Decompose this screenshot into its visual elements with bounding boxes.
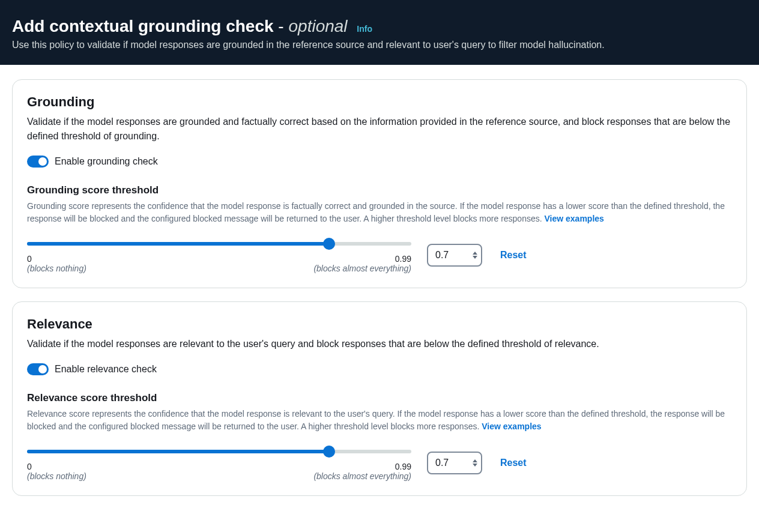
relevance-card: Relevance Validate if the model response… xyxy=(12,301,747,496)
grounding-view-examples-link[interactable]: View examples xyxy=(545,214,604,223)
relevance-toggle-label: Enable relevance check xyxy=(55,364,157,375)
grounding-slider-labels: 0 (blocks nothing) 0.99 (blocks almost e… xyxy=(27,254,411,273)
grounding-reset-button[interactable]: Reset xyxy=(498,245,529,265)
grounding-stepper-arrows xyxy=(473,252,477,259)
relevance-threshold-heading: Relevance score threshold xyxy=(27,392,732,404)
relevance-slider-thumb[interactable] xyxy=(323,446,335,458)
page-subtitle: Use this policy to validate if model res… xyxy=(12,40,747,50)
grounding-slider-max: 0.99 (blocks almost everything) xyxy=(313,254,411,273)
relevance-stepper-arrows xyxy=(473,459,477,467)
chevron-up-icon[interactable] xyxy=(473,459,477,462)
relevance-slider-labels: 0 (blocks nothing) 0.99 (blocks almost e… xyxy=(27,462,411,481)
relevance-slider-min-val: 0 xyxy=(27,462,86,471)
relevance-slider-max-val: 0.99 xyxy=(313,462,411,471)
chevron-up-icon[interactable] xyxy=(473,252,477,255)
grounding-card: Grounding Validate if the model response… xyxy=(12,79,747,288)
relevance-slider-min-hint: (blocks nothing) xyxy=(27,471,86,481)
grounding-slider-thumb[interactable] xyxy=(323,238,335,250)
grounding-threshold-heading: Grounding score threshold xyxy=(27,184,732,196)
relevance-slider[interactable] xyxy=(27,445,411,457)
chevron-down-icon[interactable] xyxy=(473,256,477,259)
page-title-main: Add contextual grounding check xyxy=(12,17,274,35)
grounding-slider-max-val: 0.99 xyxy=(313,254,411,264)
grounding-threshold-desc: Grounding score represents the confidenc… xyxy=(27,200,732,225)
relevance-slider-fill xyxy=(27,450,329,453)
grounding-threshold-desc-text: Grounding score represents the confidenc… xyxy=(27,201,725,223)
grounding-slider-min-val: 0 xyxy=(27,254,86,264)
grounding-slider-min: 0 (blocks nothing) xyxy=(27,254,86,273)
grounding-toggle[interactable] xyxy=(27,156,49,168)
grounding-toggle-row: Enable grounding check xyxy=(27,156,732,168)
relevance-title: Relevance xyxy=(27,316,732,332)
relevance-toggle[interactable] xyxy=(27,363,49,375)
relevance-slider-block: 0 (blocks nothing) 0.99 (blocks almost e… xyxy=(27,445,411,481)
chevron-down-icon[interactable] xyxy=(473,464,477,467)
content-area: Grounding Validate if the model response… xyxy=(0,65,759,524)
info-link[interactable]: Info xyxy=(357,24,372,34)
grounding-slider-fill xyxy=(27,242,329,246)
relevance-slider-max: 0.99 (blocks almost everything) xyxy=(313,462,411,481)
grounding-slider[interactable] xyxy=(27,237,411,249)
grounding-stepper xyxy=(427,244,482,267)
page-title: Add contextual grounding check - optiona… xyxy=(12,17,352,35)
relevance-toggle-row: Enable relevance check xyxy=(27,363,732,375)
page-title-dash: - xyxy=(274,17,289,35)
page-title-optional: optional xyxy=(288,17,347,35)
relevance-slider-min: 0 (blocks nothing) xyxy=(27,462,86,481)
relevance-threshold-desc: Relevance score represents the confidenc… xyxy=(27,408,732,433)
grounding-slider-row: 0 (blocks nothing) 0.99 (blocks almost e… xyxy=(27,237,732,273)
grounding-slider-max-hint: (blocks almost everything) xyxy=(313,264,411,273)
relevance-reset-button[interactable]: Reset xyxy=(498,453,529,473)
grounding-title: Grounding xyxy=(27,94,732,110)
relevance-slider-max-hint: (blocks almost everything) xyxy=(313,471,411,481)
relevance-description: Validate if the model responses are rele… xyxy=(27,337,732,351)
relevance-threshold-desc-text: Relevance score represents the confidenc… xyxy=(27,409,725,431)
grounding-slider-min-hint: (blocks nothing) xyxy=(27,264,86,273)
relevance-stepper xyxy=(427,452,482,474)
grounding-toggle-label: Enable grounding check xyxy=(55,156,158,167)
page-header: Add contextual grounding check - optiona… xyxy=(0,0,759,65)
grounding-description: Validate if the model responses are grou… xyxy=(27,115,732,144)
grounding-slider-block: 0 (blocks nothing) 0.99 (blocks almost e… xyxy=(27,237,411,273)
relevance-slider-row: 0 (blocks nothing) 0.99 (blocks almost e… xyxy=(27,445,732,481)
relevance-view-examples-link[interactable]: View examples xyxy=(482,422,541,431)
